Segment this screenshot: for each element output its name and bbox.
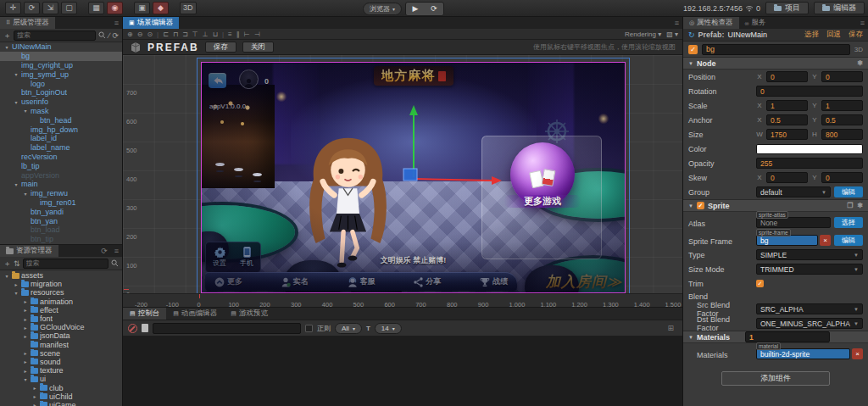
prefab-revert-button[interactable]: 回退 xyxy=(826,30,841,40)
asset-item[interactable]: manifest xyxy=(0,341,122,349)
hierarchy-node[interactable]: btn_yandi xyxy=(0,207,122,216)
expand-h-icon[interactable]: ⊢ xyxy=(244,31,250,38)
add-asset-button[interactable]: ＋ xyxy=(3,259,11,269)
separator[interactable]: | xyxy=(222,31,224,38)
tree-caret-icon[interactable]: ▸ xyxy=(22,325,29,331)
tab-console[interactable]: ▤ 控制台 xyxy=(123,308,166,320)
regex-checkbox[interactable] xyxy=(305,325,313,332)
mode-3d-badge[interactable]: 3D xyxy=(854,46,863,53)
hierarchy-node[interactable]: ▾ img_symd_up xyxy=(0,70,122,79)
tree-caret-icon[interactable]: ▸ xyxy=(31,385,38,391)
materials-count-field[interactable]: 1 xyxy=(745,331,830,342)
rect-tool-icon[interactable]: ▢ xyxy=(61,2,77,14)
move-tool-icon[interactable]: ✛ xyxy=(5,2,21,14)
hierarchy-node[interactable]: btn_head xyxy=(0,115,122,125)
frame-edit-button[interactable]: 编辑 xyxy=(834,235,863,246)
clear-material-button[interactable]: × xyxy=(852,348,863,359)
hierarchy-search-input[interactable] xyxy=(14,31,96,41)
asset-item[interactable]: ▸ uiChild xyxy=(0,392,122,401)
link-select-icon[interactable]: ∕ xyxy=(108,31,110,41)
hierarchy-node[interactable]: btn_yan xyxy=(0,216,122,225)
tree-caret-icon[interactable]: ▸ xyxy=(22,307,29,313)
hierarchy-node[interactable]: img_ren01 xyxy=(0,198,122,208)
layout-icon[interactable]: ▣ xyxy=(134,2,150,14)
distribute-h-icon[interactable]: ≡ xyxy=(228,31,232,38)
position-y-input[interactable]: 0 xyxy=(821,71,863,82)
anchor-x-input[interactable]: 0.5 xyxy=(766,114,808,125)
panel-menu-icon[interactable]: ≡ xyxy=(857,19,868,27)
refresh-icon[interactable]: ⟳ xyxy=(112,31,119,41)
asset-item[interactable]: ▾ ui xyxy=(0,375,122,383)
asset-item[interactable]: ▸ font xyxy=(0,314,122,323)
align-right-icon[interactable]: ⊐ xyxy=(182,31,188,38)
tree-caret-icon[interactable]: ▾ xyxy=(3,44,10,50)
tree-caret-icon[interactable]: ▾ xyxy=(22,191,29,197)
rotation-input[interactable]: 0 xyxy=(756,86,863,97)
src-blend-dropdown[interactable]: SRC_ALPHA▼ xyxy=(756,303,863,314)
open-editor-button[interactable]: 编辑器 xyxy=(814,2,865,14)
debug-icon[interactable]: ◆ xyxy=(153,2,169,14)
hierarchy-node[interactable]: recVersion xyxy=(0,153,122,162)
dst-blend-dropdown[interactable]: ONE_MINUS_SRC_ALPHA▼ xyxy=(756,318,863,329)
prefab-close-button[interactable]: 关闭 xyxy=(242,42,274,53)
anchor-y-input[interactable]: 0.5 xyxy=(821,114,863,125)
color-swatch[interactable] xyxy=(756,144,863,154)
sprite-section-header[interactable]: ▼ ✓ Sprite ❐✱ xyxy=(683,199,868,212)
tree-caret-icon[interactable]: ▸ xyxy=(22,368,29,374)
asset-item[interactable]: ▸ scene xyxy=(0,349,122,358)
sprite-enabled-checkbox[interactable]: ✓ xyxy=(697,202,704,209)
asset-item[interactable]: ▾ assets xyxy=(0,271,122,280)
align-middle-icon[interactable]: ⊥ xyxy=(203,31,209,38)
node-name-input[interactable] xyxy=(702,44,850,55)
preview-target-dropdown[interactable]: 浏览器▾ xyxy=(363,3,402,15)
size-w-input[interactable]: 1750 xyxy=(766,129,808,140)
tree-caret-icon[interactable]: ▸ xyxy=(31,402,38,406)
hierarchy-node[interactable]: btn_load xyxy=(0,225,122,235)
asset-item[interactable]: ▸ club xyxy=(0,383,122,392)
hierarchy-node[interactable]: appVersion xyxy=(0,170,122,180)
add-node-button[interactable]: ＋ xyxy=(3,31,11,41)
snapshot-icon[interactable]: ▦ xyxy=(88,2,104,14)
asset-item[interactable]: ▸ migration xyxy=(0,280,122,288)
tab-hierarchy[interactable]: ⠿层级管理器 xyxy=(0,17,55,29)
camera-dropdown[interactable]: ▧ ▾ xyxy=(666,31,678,38)
hierarchy-node[interactable]: img_hp_down xyxy=(0,125,122,134)
tree-caret-icon[interactable]: ▸ xyxy=(22,333,29,339)
trim-checkbox[interactable]: ✓ xyxy=(756,280,764,287)
asset-item[interactable]: ▸ texture xyxy=(0,366,122,375)
skew-y-input[interactable]: 0 xyxy=(821,172,863,183)
asset-item[interactable]: ▸ sound xyxy=(0,358,122,366)
prefab-sync-icon[interactable]: ↻ xyxy=(688,31,695,39)
clear-frame-button[interactable]: × xyxy=(820,235,831,246)
tab-properties[interactable]: ◎属性检查器 xyxy=(683,17,739,29)
rendering-dropdown[interactable]: Rendering ▾ xyxy=(625,31,661,38)
tree-caret-icon[interactable]: ▸ xyxy=(22,316,29,322)
font-size-dropdown[interactable]: 14▾ xyxy=(375,323,402,334)
size-h-input[interactable]: 800 xyxy=(821,129,863,140)
tree-caret-icon[interactable]: ▾ xyxy=(3,273,10,279)
refresh-button[interactable]: ⟳ xyxy=(425,3,443,15)
group-dropdown[interactable]: default▼ xyxy=(756,186,831,197)
open-project-button[interactable]: 项目 xyxy=(765,2,809,14)
hierarchy-node[interactable]: bg xyxy=(0,52,122,61)
distribute-v-icon[interactable]: ∥ xyxy=(236,31,240,38)
scale-x-input[interactable]: 1 xyxy=(766,100,808,111)
hierarchy-node[interactable]: label_id xyxy=(0,134,122,143)
hierarchy-node[interactable]: ▾ main xyxy=(0,180,122,189)
skew-x-input[interactable]: 0 xyxy=(766,172,808,183)
search-icon[interactable] xyxy=(111,259,119,267)
zoom-reset-icon[interactable]: ⊙ xyxy=(147,31,153,38)
asset-item[interactable]: ▸ GCloudVoice xyxy=(0,323,122,331)
group-edit-button[interactable]: 编辑 xyxy=(834,186,863,197)
scene-canvas[interactable]: 7006005004003002001000 xyxy=(123,55,682,293)
align-top-icon[interactable]: ⊤ xyxy=(192,31,198,38)
add-component-button[interactable]: 添加组件 xyxy=(721,371,830,386)
record-icon[interactable]: ◉ xyxy=(107,2,123,14)
prefab-save-button[interactable]: 保存 xyxy=(205,42,236,53)
asset-item[interactable]: ▸ uiGame xyxy=(0,401,122,406)
hierarchy-node[interactable]: ▾ UINewMain xyxy=(0,42,122,52)
opacity-input[interactable]: 255 xyxy=(756,158,863,169)
tree-caret-icon[interactable]: ▸ xyxy=(13,281,19,287)
node-active-checkbox[interactable]: ✓ xyxy=(688,45,698,54)
prefab-select-button[interactable]: 选择 xyxy=(804,30,819,40)
